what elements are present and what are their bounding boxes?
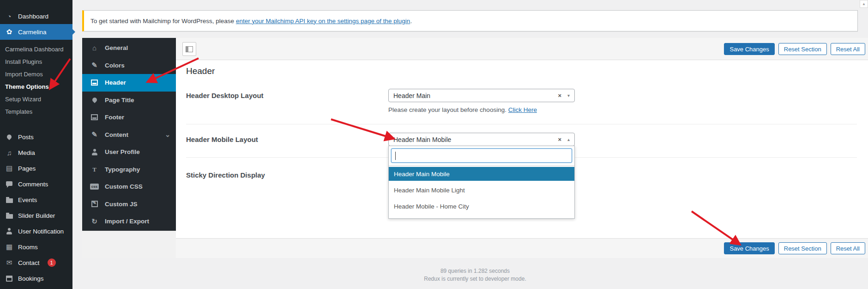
sidebar-item-media[interactable]: ♫ Media	[0, 145, 72, 160]
folder-icon	[5, 213, 13, 219]
notice-text: To get started with Mailchimp for WordPr…	[90, 18, 236, 25]
submenu-item-templates[interactable]: Templates	[0, 105, 72, 118]
layout-expand-icon	[186, 46, 193, 52]
theme-menu-item-footer[interactable]: Footer	[82, 109, 176, 126]
theme-menu-label: Custom CSS	[105, 183, 143, 190]
dropdown-search-input[interactable]	[391, 148, 572, 163]
sidebar-item-dashboard[interactable]: ◔ Dashboard	[0, 8, 72, 24]
theme-menu-label: Typography	[105, 166, 140, 173]
submenu-item-import-demos[interactable]: Import Demos	[0, 68, 72, 80]
sidebar-item-label: Pages	[18, 165, 36, 172]
save-changes-button[interactable]: Save Changes	[724, 43, 774, 55]
reset-section-button[interactable]: Reset Section	[778, 43, 827, 55]
helper-text: Please create your layout before choosin…	[388, 106, 508, 113]
scrollbar-up-button[interactable]: ▲	[860, 0, 868, 8]
sidebar-item-slider-builder[interactable]: Slider Builder	[0, 208, 72, 223]
sidebar-item-bookings[interactable]: Bookings	[0, 271, 72, 286]
pencil-icon: ✎	[90, 130, 99, 139]
submenu-item-theme-options[interactable]: Theme Options	[0, 80, 72, 93]
theme-menu-item-typography[interactable]: Typography	[82, 161, 176, 178]
home-icon: ⌂	[90, 44, 99, 52]
sidebar-item-comments[interactable]: Comments	[0, 176, 72, 192]
theme-menu-item-custom-js[interactable]: Custom JS	[82, 196, 176, 213]
sidebar-item-carmelina[interactable]: ✿ Carmelina	[0, 24, 72, 40]
select-value: Header Main Mobile	[393, 136, 451, 143]
header-mobile-layout-select[interactable]: Header Main Mobile × ▴	[388, 133, 575, 146]
chevron-down-icon: ⌄	[165, 132, 170, 137]
header-desktop-layout-select[interactable]: Header Main × ▾	[388, 89, 575, 102]
envelope-icon: ✉	[5, 258, 13, 267]
building-icon: ▦	[5, 243, 13, 251]
reset-all-button[interactable]: Reset All	[831, 43, 865, 55]
submenu-item-carmelina-dashboard[interactable]: Carmelina Dashboard	[0, 43, 72, 55]
theme-menu-item-page-title[interactable]: Page Title	[82, 92, 176, 109]
dropdown-option[interactable]: Header Main Mobile Light	[389, 183, 574, 197]
theme-menu-label: Footer	[105, 114, 124, 121]
submenu-item-setup-wizard[interactable]: Setup Wizard	[0, 93, 72, 105]
reset-all-button[interactable]: Reset All	[831, 242, 865, 254]
dashboard-gauge-icon: ◔	[5, 12, 13, 20]
sidebar-item-posts[interactable]: Posts	[0, 129, 72, 145]
page-title: Header	[186, 60, 857, 76]
reset-section-button[interactable]: Reset Section	[778, 242, 827, 254]
sync-icon: ↻	[90, 217, 99, 226]
person-icon	[5, 228, 13, 234]
sidebar-item-pages[interactable]: ▤ Pages	[0, 160, 72, 176]
query-stats: 89 queries in 1.282 seconds	[82, 267, 868, 275]
pencil-doc-icon: ✎	[90, 61, 99, 69]
text-cursor	[395, 152, 396, 160]
sidebar-item-label: Rooms	[18, 244, 38, 251]
theme-menu-item-import-export[interactable]: ↻ Import / Export	[82, 213, 176, 230]
js-edit-icon	[90, 201, 99, 207]
click-here-link[interactable]: Click Here	[508, 106, 537, 113]
theme-menu-item-custom-css[interactable]: Custom CSS	[82, 178, 176, 196]
clear-selection-icon[interactable]: ×	[558, 136, 561, 143]
sidebar-item-label: User Notification	[18, 228, 64, 235]
submenu-item-install-plugins[interactable]: Install Plugins	[0, 55, 72, 68]
comment-bubble-icon	[5, 183, 13, 186]
mailchimp-api-key-link[interactable]: enter your Mailchimp API key on the sett…	[236, 18, 410, 25]
sidebar-item-rooms[interactable]: ▦ Rooms	[0, 239, 72, 255]
chevron-up-icon: ▴	[567, 137, 570, 142]
person-icon	[90, 149, 99, 155]
field-label: Header Mobile Layout	[186, 133, 388, 157]
select-dropdown: Header Main Mobile Header Main Mobile Li…	[388, 146, 575, 219]
theme-menu-item-user-profile[interactable]: User Profile	[82, 143, 176, 161]
calendar-icon	[5, 276, 13, 282]
wp-admin-sidebar: ◔ Dashboard ✿ Carmelina Carmelina Dashbo…	[0, 0, 72, 289]
media-icon: ♫	[5, 149, 13, 157]
sidebar-item-user-notification[interactable]: User Notification	[0, 223, 72, 239]
dev-mode-note: Redux is currently set to developer mode…	[82, 275, 868, 283]
section-content: Header Header Desktop Layout Header Main…	[176, 60, 868, 238]
sidebar-item-events[interactable]: Events	[0, 192, 72, 208]
top-action-buttons: Save Changes Reset Section Reset All	[724, 43, 865, 55]
save-changes-button[interactable]: Save Changes	[724, 242, 774, 254]
mailchimp-admin-notice: To get started with Mailchimp for WordPr…	[82, 10, 858, 31]
wp-main-menu: Posts ♫ Media ▤ Pages Comments Events Sl…	[0, 129, 72, 286]
theme-menu-item-colors[interactable]: ✎ Colors	[82, 57, 176, 74]
field-row-header-desktop-layout: Header Desktop Layout Header Main × ▾ Pl…	[186, 89, 857, 113]
theme-menu-item-general[interactable]: ⌂ General	[82, 39, 176, 57]
bottom-action-buttons: Save Changes Reset Section Reset All	[724, 242, 865, 254]
typography-icon	[90, 165, 99, 173]
expand-options-button[interactable]	[182, 42, 196, 56]
theme-menu-label: Header	[105, 79, 126, 86]
theme-menu-item-content[interactable]: ✎ Content ⌄	[82, 126, 176, 144]
layout-footer-icon	[90, 114, 99, 120]
sidebar-item-contact[interactable]: ✉ Contact 1	[0, 255, 72, 271]
dropdown-options: Header Main Mobile Header Main Mobile Li…	[389, 166, 574, 218]
chevron-down-icon: ▾	[567, 93, 570, 98]
field-label: Sticky Direction Display	[186, 168, 388, 179]
redux-footer: 89 queries in 1.282 seconds Redux is cur…	[82, 267, 868, 283]
clear-selection-icon[interactable]: ×	[558, 92, 561, 99]
sidebar-item-label: Dashboard	[18, 13, 48, 20]
field-label: Header Desktop Layout	[186, 89, 388, 113]
layout-header-icon	[90, 80, 99, 86]
sidebar-item-label: Bookings	[18, 275, 44, 282]
theme-menu-item-header[interactable]: Header	[82, 74, 176, 92]
menu-column-filler	[82, 231, 176, 258]
sidebar-item-label: Events	[18, 197, 37, 203]
dropdown-option[interactable]: Header Main Mobile	[389, 167, 574, 181]
theme-options-menu: ⌂ General ✎ Colors Header Page Title Foo…	[82, 38, 176, 231]
dropdown-option[interactable]: Header Mobile - Home City	[389, 199, 574, 213]
